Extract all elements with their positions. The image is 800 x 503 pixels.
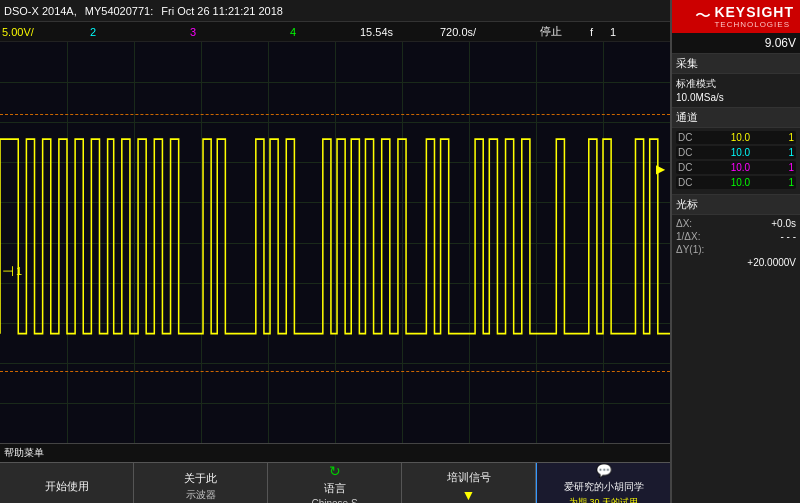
- model-label: DSO-X 2014A,: [4, 5, 77, 17]
- start-label: 开始使用: [45, 479, 89, 494]
- marker3: 3: [190, 26, 196, 38]
- inv-delta-x-value: - - -: [780, 231, 796, 242]
- scale-row: 5.00V/ 2 3 4 15.54s 720.0s/ 停止 f 1: [0, 22, 670, 42]
- ch4-unit: 1: [788, 177, 794, 188]
- marker2: 2: [90, 26, 96, 38]
- delta-x-value: +0.0s: [771, 218, 796, 229]
- ch3-value: 10.0: [731, 162, 750, 173]
- trigger-marker: f: [590, 26, 593, 38]
- language-label: 语言: [324, 481, 346, 496]
- refresh-icon: ↻: [329, 463, 341, 479]
- language-sub: Chinese S: [311, 498, 357, 503]
- start-btn[interactable]: 开始使用: [0, 463, 134, 503]
- ground-arrow-icon: ⊣: [2, 263, 14, 279]
- inv-delta-x-label: 1/ΔX:: [676, 231, 700, 242]
- logo-wave-icon: 〜: [695, 6, 711, 27]
- ground-indicator: ⊣ 1: [2, 263, 22, 279]
- collect-mode: 标准模式: [676, 77, 716, 91]
- ch4-value: 10.0: [731, 177, 750, 188]
- collect-section: 采集 标准模式 10.0MSa/s: [672, 54, 800, 108]
- time-base: 720.0s/: [440, 26, 476, 38]
- logo-brand: 〜 KEYSIGHT TECHNOLOGIES: [695, 4, 794, 29]
- collect-rate-row: 10.0MSa/s: [676, 92, 796, 103]
- delta-y-row: ΔY(1):: [676, 244, 796, 255]
- ch1-scale: 5.00V/: [2, 26, 34, 38]
- ch1-value: 10.0: [731, 132, 750, 143]
- language-btn[interactable]: ↻ 语言 Chinese S: [268, 463, 402, 503]
- ch-num: 1: [610, 26, 616, 38]
- delta-x-label: ΔX:: [676, 218, 692, 229]
- ch3-row: DC 10.0 1: [676, 161, 796, 174]
- about-btn[interactable]: 关于此 示波器: [134, 463, 268, 503]
- collect-rate: 10.0MSa/s: [676, 92, 724, 103]
- logo-sub: TECHNOLOGIES: [714, 20, 794, 29]
- trial-text: 为期 30 天的试用: [569, 496, 638, 503]
- waveform-display: ⊣ 1 ▶: [0, 42, 670, 443]
- datetime-label: Fri Oct 26 11:21:21 2018: [161, 5, 283, 17]
- ch1-row: DC 10.0 1: [676, 131, 796, 144]
- cursor-section: 光标 ΔX: +0.0s 1/ΔX: - - - ΔY(1): +20.0000…: [672, 195, 800, 273]
- training-label: 培训信号: [447, 470, 491, 485]
- about-line2: 示波器: [186, 488, 216, 502]
- ch1-unit: 1: [788, 132, 794, 143]
- waveform-svg: [0, 42, 670, 443]
- about-line1: 关于此: [184, 471, 217, 486]
- collect-mode-row: 标准模式: [676, 77, 796, 91]
- ch4-label: DC: [678, 177, 692, 188]
- delta-y-label: ΔY(1):: [676, 244, 704, 255]
- social-name: 爱研究的小胡同学: [564, 480, 644, 494]
- delta-y-value-row: +20.0000V: [676, 257, 796, 268]
- serial-label: MY54020771:: [85, 5, 154, 17]
- right-voltage: 9.06V: [672, 33, 800, 54]
- ch3-unit: 1: [788, 162, 794, 173]
- status-label: 停止: [540, 24, 562, 39]
- delta-x-row: ΔX: +0.0s: [676, 218, 796, 229]
- logo-keysight: KEYSIGHT: [714, 4, 794, 20]
- scope-area: DSO-X 2014A, MY54020771: Fri Oct 26 11:2…: [0, 0, 670, 503]
- ch1-label: DC: [678, 132, 692, 143]
- training-btn[interactable]: 培训信号 ▼: [402, 463, 536, 503]
- inv-delta-x-row: 1/ΔX: - - -: [676, 231, 796, 242]
- down-arrow-icon: ▼: [462, 487, 476, 503]
- bottom-area: 帮助菜单 开始使用 关于此 示波器 ↻ 语言 Chinese S 培训信号 ▼: [0, 443, 670, 503]
- cursor-title: 光标: [672, 195, 800, 215]
- channel-title: 通道: [672, 108, 800, 128]
- trigger-arrow: ▶: [656, 162, 665, 176]
- channel-section: 通道 DC 10.0 1 DC 10.0 1 DC 10.0 1 DC 10.0…: [672, 108, 800, 195]
- delta-y-value: +20.0000V: [676, 257, 796, 268]
- ch2-value: 10.0: [731, 147, 750, 158]
- help-label: 帮助菜单: [0, 444, 670, 462]
- ch2-unit: 1: [788, 147, 794, 158]
- collect-title: 采集: [672, 54, 800, 74]
- main-container: DSO-X 2014A, MY54020771: Fri Oct 26 11:2…: [0, 0, 800, 503]
- wechat-icon: 💬: [596, 463, 612, 478]
- bottom-menu: 开始使用 关于此 示波器 ↻ 语言 Chinese S 培训信号 ▼ 💬: [0, 462, 670, 503]
- right-panel: 〜 KEYSIGHT TECHNOLOGIES 9.06V 采集 标准模式 10…: [670, 0, 800, 503]
- social-btn[interactable]: 💬 爱研究的小胡同学 为期 30 天的试用: [536, 463, 670, 503]
- top-bar: DSO-X 2014A, MY54020771: Fri Oct 26 11:2…: [0, 0, 670, 22]
- ch2-label: DC: [678, 147, 692, 158]
- logo-area: 〜 KEYSIGHT TECHNOLOGIES: [672, 0, 800, 33]
- ch2-row: DC 10.0 1: [676, 146, 796, 159]
- ground-label: 1: [16, 265, 22, 277]
- ch3-label: DC: [678, 162, 692, 173]
- marker4: 4: [290, 26, 296, 38]
- time-cursor: 15.54s: [360, 26, 393, 38]
- ch4-row: DC 10.0 1: [676, 176, 796, 189]
